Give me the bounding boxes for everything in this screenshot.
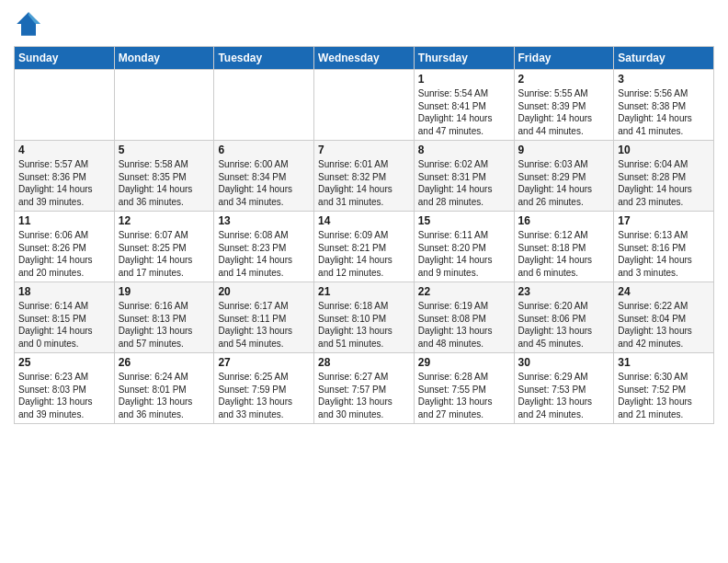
day-number: 12 — [119, 214, 210, 227]
day-info: Sunrise: 5:55 AMSunset: 8:39 PMDaylight:… — [518, 87, 610, 137]
day-info: Sunrise: 6:04 AMSunset: 8:28 PMDaylight:… — [618, 158, 710, 208]
day-info: Sunrise: 6:29 AMSunset: 7:53 PMDaylight:… — [518, 371, 610, 420]
day-cell: 7Sunrise: 6:01 AMSunset: 8:32 PMDaylight… — [314, 141, 415, 212]
day-cell: 9Sunrise: 6:03 AMSunset: 8:29 PMDaylight… — [514, 141, 614, 212]
day-info: Sunrise: 5:56 AMSunset: 8:38 PMDaylight:… — [618, 87, 710, 137]
day-number: 3 — [618, 73, 710, 86]
day-number: 2 — [518, 73, 610, 86]
day-cell: 23Sunrise: 6:20 AMSunset: 8:06 PMDayligh… — [514, 282, 614, 353]
day-number: 26 — [119, 356, 210, 369]
day-number: 17 — [618, 214, 710, 227]
calendar-table: SundayMondayTuesdayWednesdayThursdayFrid… — [14, 46, 714, 424]
day-number: 5 — [119, 144, 210, 156]
day-info: Sunrise: 6:25 AMSunset: 7:59 PMDaylight:… — [218, 371, 310, 420]
day-cell: 19Sunrise: 6:16 AMSunset: 8:13 PMDayligh… — [114, 282, 214, 353]
day-cell: 31Sunrise: 6:30 AMSunset: 7:52 PMDayligh… — [614, 353, 714, 424]
day-cell: 4Sunrise: 5:57 AMSunset: 8:36 PMDaylight… — [15, 141, 115, 212]
day-cell: 22Sunrise: 6:19 AMSunset: 8:08 PMDayligh… — [414, 282, 514, 353]
day-number: 4 — [18, 144, 110, 156]
day-cell: 2Sunrise: 5:55 AMSunset: 8:39 PMDaylight… — [514, 70, 614, 141]
day-info: Sunrise: 6:03 AMSunset: 8:29 PMDaylight:… — [518, 158, 610, 208]
week-row-4: 18Sunrise: 6:14 AMSunset: 8:15 PMDayligh… — [15, 282, 714, 353]
day-info: Sunrise: 6:13 AMSunset: 8:16 PMDaylight:… — [618, 229, 710, 279]
day-cell: 20Sunrise: 6:17 AMSunset: 8:11 PMDayligh… — [214, 282, 314, 353]
weekday-header-wednesday: Wednesday — [314, 47, 415, 70]
day-cell: 25Sunrise: 6:23 AMSunset: 8:03 PMDayligh… — [15, 353, 115, 424]
day-cell: 3Sunrise: 5:56 AMSunset: 8:38 PMDaylight… — [614, 70, 714, 141]
day-info: Sunrise: 6:28 AMSunset: 7:55 PMDaylight:… — [418, 371, 510, 420]
day-cell: 10Sunrise: 6:04 AMSunset: 8:28 PMDayligh… — [614, 141, 714, 212]
day-cell: 26Sunrise: 6:24 AMSunset: 8:01 PMDayligh… — [114, 353, 214, 424]
header — [14, 9, 714, 39]
day-info: Sunrise: 6:07 AMSunset: 8:25 PMDaylight:… — [119, 229, 210, 279]
weekday-header-monday: Monday — [114, 47, 214, 70]
day-info: Sunrise: 6:17 AMSunset: 8:11 PMDaylight:… — [218, 300, 310, 350]
day-cell — [314, 70, 415, 141]
day-info: Sunrise: 6:02 AMSunset: 8:31 PMDaylight:… — [418, 158, 510, 208]
week-row-2: 4Sunrise: 5:57 AMSunset: 8:36 PMDaylight… — [15, 141, 714, 212]
day-cell: 24Sunrise: 6:22 AMSunset: 8:04 PMDayligh… — [614, 282, 714, 353]
day-info: Sunrise: 6:00 AMSunset: 8:34 PMDaylight:… — [218, 158, 310, 208]
day-number: 31 — [618, 356, 710, 369]
day-cell: 5Sunrise: 5:58 AMSunset: 8:35 PMDaylight… — [114, 141, 214, 212]
day-info: Sunrise: 6:20 AMSunset: 8:06 PMDaylight:… — [518, 300, 610, 350]
day-number: 1 — [418, 73, 510, 86]
day-number: 30 — [518, 356, 610, 369]
day-info: Sunrise: 6:12 AMSunset: 8:18 PMDaylight:… — [518, 229, 610, 279]
day-cell: 30Sunrise: 6:29 AMSunset: 7:53 PMDayligh… — [514, 353, 614, 424]
day-cell: 27Sunrise: 6:25 AMSunset: 7:59 PMDayligh… — [214, 353, 314, 424]
day-number: 9 — [518, 144, 610, 156]
day-cell: 6Sunrise: 6:00 AMSunset: 8:34 PMDaylight… — [214, 141, 314, 212]
day-cell: 21Sunrise: 6:18 AMSunset: 8:10 PMDayligh… — [314, 282, 415, 353]
logo — [14, 9, 47, 39]
day-cell: 8Sunrise: 6:02 AMSunset: 8:31 PMDaylight… — [414, 141, 514, 212]
day-number: 7 — [318, 144, 410, 156]
day-number: 29 — [418, 356, 510, 369]
day-number: 25 — [18, 356, 110, 369]
weekday-header-sunday: Sunday — [15, 47, 115, 70]
day-cell: 18Sunrise: 6:14 AMSunset: 8:15 PMDayligh… — [15, 282, 115, 353]
day-cell — [214, 70, 314, 141]
day-info: Sunrise: 6:27 AMSunset: 7:57 PMDaylight:… — [318, 371, 410, 420]
day-info: Sunrise: 6:06 AMSunset: 8:26 PMDaylight:… — [18, 229, 110, 279]
day-number: 24 — [618, 285, 710, 298]
day-cell: 15Sunrise: 6:11 AMSunset: 8:20 PMDayligh… — [414, 212, 514, 282]
week-row-5: 25Sunrise: 6:23 AMSunset: 8:03 PMDayligh… — [15, 353, 714, 424]
day-number: 11 — [18, 214, 110, 227]
day-info: Sunrise: 6:22 AMSunset: 8:04 PMDaylight:… — [618, 300, 710, 350]
day-cell: 29Sunrise: 6:28 AMSunset: 7:55 PMDayligh… — [414, 353, 514, 424]
day-info: Sunrise: 6:09 AMSunset: 8:21 PMDaylight:… — [318, 229, 410, 279]
day-info: Sunrise: 6:18 AMSunset: 8:10 PMDaylight:… — [318, 300, 410, 350]
day-info: Sunrise: 5:57 AMSunset: 8:36 PMDaylight:… — [18, 158, 110, 208]
day-info: Sunrise: 6:08 AMSunset: 8:23 PMDaylight:… — [218, 229, 310, 279]
week-row-1: 1Sunrise: 5:54 AMSunset: 8:41 PMDaylight… — [15, 70, 714, 141]
day-cell — [15, 70, 115, 141]
day-cell: 13Sunrise: 6:08 AMSunset: 8:23 PMDayligh… — [214, 212, 314, 282]
day-number: 16 — [518, 214, 610, 227]
day-info: Sunrise: 6:16 AMSunset: 8:13 PMDaylight:… — [119, 300, 210, 350]
day-info: Sunrise: 6:24 AMSunset: 8:01 PMDaylight:… — [119, 371, 210, 420]
day-number: 27 — [218, 356, 310, 369]
day-info: Sunrise: 6:14 AMSunset: 8:15 PMDaylight:… — [18, 300, 110, 350]
page: SundayMondayTuesdayWednesdayThursdayFrid… — [0, 0, 728, 563]
weekday-header-saturday: Saturday — [614, 47, 714, 70]
day-info: Sunrise: 5:58 AMSunset: 8:35 PMDaylight:… — [119, 158, 210, 208]
weekday-header-friday: Friday — [514, 47, 614, 70]
day-number: 21 — [318, 285, 410, 298]
weekday-header-tuesday: Tuesday — [214, 47, 314, 70]
day-cell: 14Sunrise: 6:09 AMSunset: 8:21 PMDayligh… — [314, 212, 415, 282]
day-info: Sunrise: 6:01 AMSunset: 8:32 PMDaylight:… — [318, 158, 410, 208]
day-cell: 11Sunrise: 6:06 AMSunset: 8:26 PMDayligh… — [15, 212, 115, 282]
day-number: 22 — [418, 285, 510, 298]
day-info: Sunrise: 6:23 AMSunset: 8:03 PMDaylight:… — [18, 371, 110, 420]
day-number: 28 — [318, 356, 410, 369]
day-number: 10 — [618, 144, 710, 156]
day-cell: 1Sunrise: 5:54 AMSunset: 8:41 PMDaylight… — [414, 70, 514, 141]
day-info: Sunrise: 6:30 AMSunset: 7:52 PMDaylight:… — [618, 371, 710, 420]
day-cell: 12Sunrise: 6:07 AMSunset: 8:25 PMDayligh… — [114, 212, 214, 282]
day-number: 15 — [418, 214, 510, 227]
day-number: 19 — [119, 285, 210, 298]
day-number: 14 — [318, 214, 410, 227]
weekday-header-row: SundayMondayTuesdayWednesdayThursdayFrid… — [15, 47, 714, 70]
day-cell: 16Sunrise: 6:12 AMSunset: 8:18 PMDayligh… — [514, 212, 614, 282]
